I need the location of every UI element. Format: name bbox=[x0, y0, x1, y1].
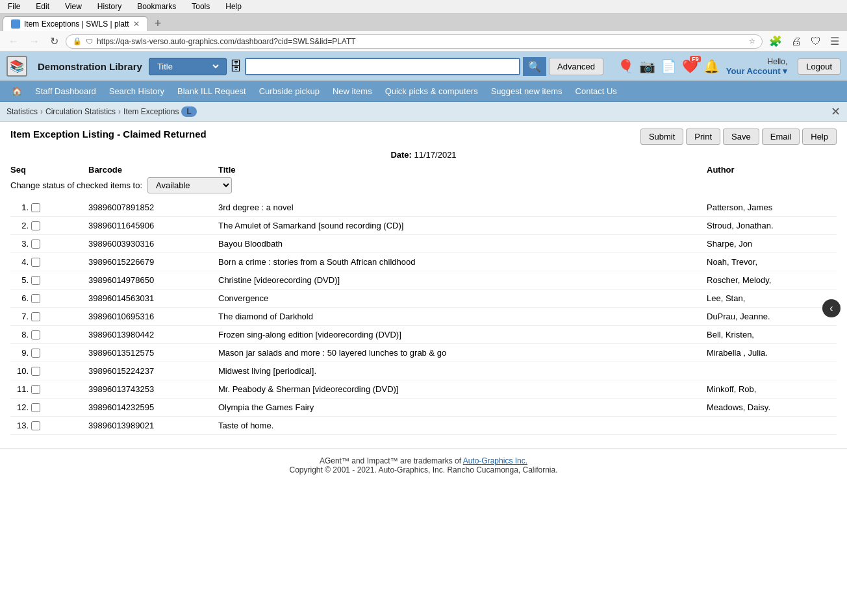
item-barcode: 39896014978650 bbox=[88, 274, 218, 285]
menu-tools[interactable]: Tools bbox=[189, 1, 212, 12]
menu-view[interactable]: View bbox=[62, 1, 84, 12]
submit-button[interactable]: Submit bbox=[640, 129, 683, 145]
item-author: Stroud, Jonathan. bbox=[707, 219, 837, 230]
item-seq-cell: 11. bbox=[10, 383, 88, 394]
extensions-icon[interactable]: 🧩 bbox=[766, 34, 785, 49]
item-checkbox[interactable] bbox=[31, 312, 40, 321]
nav-contact-us[interactable]: Contact Us bbox=[569, 81, 624, 101]
save-button[interactable]: Save bbox=[723, 129, 759, 145]
item-checkbox[interactable] bbox=[31, 276, 40, 285]
item-barcode: 39896003930316 bbox=[88, 238, 218, 249]
url-text: https://qa-swls-verso.auto-graphics.com/… bbox=[97, 37, 745, 46]
breadcrumb-circulation-statistics[interactable]: Circulation Statistics bbox=[45, 107, 116, 116]
action-buttons: Submit Print Save Email Help bbox=[640, 129, 837, 145]
menu-history[interactable]: History bbox=[95, 1, 124, 12]
nav-staff-dashboard[interactable]: Staff Dashboard bbox=[29, 81, 103, 101]
favorites-icon-wrapper: ❤️ F9 bbox=[682, 58, 698, 74]
nav-curbside-pickup[interactable]: Curbside pickup bbox=[253, 81, 326, 101]
item-seq-num: 9. bbox=[10, 348, 29, 358]
item-checkbox[interactable] bbox=[31, 240, 40, 249]
breadcrumb-sep-1: › bbox=[40, 107, 43, 116]
item-seq-cell: 8. bbox=[10, 328, 88, 339]
scroll-left-arrow[interactable]: ‹ bbox=[822, 299, 841, 317]
nav-quick-picks[interactable]: Quick picks & computers bbox=[379, 81, 485, 101]
document-icon[interactable]: 📄 bbox=[661, 58, 677, 74]
url-bar[interactable]: 🔒 🛡 https://qa-swls-verso.auto-graphics.… bbox=[66, 34, 763, 49]
search-input[interactable] bbox=[246, 59, 519, 74]
browser-address-bar: ← → ↻ 🔒 🛡 https://qa-swls-verso.auto-gra… bbox=[0, 31, 847, 52]
item-checkbox[interactable] bbox=[31, 385, 40, 394]
browser-menu-bar: File Edit View History Bookmarks Tools H… bbox=[0, 0, 847, 14]
footer-link[interactable]: Auto-Graphics Inc. bbox=[463, 456, 527, 465]
nav-home[interactable]: 🏠 bbox=[5, 82, 29, 100]
item-seq-num: 12. bbox=[10, 402, 29, 412]
breadcrumb-close-button[interactable]: ✕ bbox=[831, 105, 841, 119]
active-tab[interactable]: Item Exceptions | SWLS | platt ✕ bbox=[3, 16, 148, 31]
help-button[interactable]: Help bbox=[802, 129, 837, 145]
item-checkbox[interactable] bbox=[31, 221, 40, 230]
print-button[interactable]: Print bbox=[686, 129, 720, 145]
notifications-icon[interactable]: 🔔 bbox=[703, 58, 720, 74]
bookmark-icon[interactable]: ☆ bbox=[749, 37, 755, 45]
account-link[interactable]: Your Account ▾ bbox=[726, 66, 787, 76]
menu-edit[interactable]: Edit bbox=[33, 1, 52, 12]
reload-button[interactable]: ↻ bbox=[47, 34, 62, 49]
search-input-wrapper bbox=[245, 58, 520, 75]
app-logo-text: Demonstration Library bbox=[38, 61, 142, 72]
item-seq-cell: 5. bbox=[10, 274, 88, 285]
item-seq-cell: 3. bbox=[10, 238, 88, 249]
item-checkbox[interactable] bbox=[31, 403, 40, 412]
status-row: Change status of checked items to: Avail… bbox=[10, 177, 837, 193]
item-author: Bell, Kristen, bbox=[707, 328, 837, 339]
search-type-selector[interactable]: Title Author Subject Keyword bbox=[149, 58, 227, 75]
item-checkbox[interactable] bbox=[31, 349, 40, 358]
new-tab-button[interactable]: + bbox=[151, 17, 166, 31]
menu-file[interactable]: File bbox=[5, 1, 23, 12]
status-select[interactable]: Available Checked Out On Hold Lost Missi… bbox=[147, 177, 232, 193]
camera-icon[interactable]: 📷 bbox=[639, 58, 655, 74]
menu-bookmarks[interactable]: Bookmarks bbox=[134, 1, 179, 12]
breadcrumb-item-exceptions[interactable]: Item Exceptions bbox=[123, 107, 179, 116]
print-icon[interactable]: 🖨 bbox=[789, 34, 804, 49]
balloon-icon[interactable]: 🎈 bbox=[618, 58, 634, 74]
item-title: Bayou Bloodbath bbox=[218, 238, 707, 249]
item-seq-cell: 6. bbox=[10, 292, 88, 303]
item-seq-num: 1. bbox=[10, 203, 29, 212]
shield-toolbar-icon[interactable]: 🛡 bbox=[808, 34, 824, 49]
item-seq-num: 5. bbox=[10, 275, 29, 285]
item-title: Mason jar salads and more : 50 layered l… bbox=[218, 347, 707, 358]
forward-button[interactable]: → bbox=[26, 34, 43, 49]
nav-blank-ill-request[interactable]: Blank ILL Request bbox=[171, 81, 253, 101]
tab-close-button[interactable]: ✕ bbox=[133, 19, 140, 29]
date-label: Date: bbox=[390, 150, 412, 160]
item-title: Frozen sing-along edition [videorecordin… bbox=[218, 328, 707, 339]
advanced-search-button[interactable]: Advanced bbox=[549, 58, 603, 75]
item-checkbox[interactable] bbox=[31, 330, 40, 339]
search-button[interactable]: 🔍 bbox=[523, 57, 546, 76]
overflow-menu-icon[interactable]: ☰ bbox=[828, 34, 842, 49]
item-checkbox[interactable] bbox=[31, 367, 40, 376]
nav-search-history[interactable]: Search History bbox=[103, 81, 171, 101]
item-checkbox[interactable] bbox=[31, 294, 40, 303]
nav-new-items[interactable]: New items bbox=[326, 81, 379, 101]
item-checkbox[interactable] bbox=[31, 258, 40, 267]
item-checkbox[interactable] bbox=[31, 421, 40, 430]
database-icon[interactable]: 🗄 bbox=[229, 59, 242, 74]
footer: AGent™ and Impact™ are trademarks of Aut… bbox=[0, 448, 847, 482]
email-button[interactable]: Email bbox=[762, 129, 800, 145]
item-seq-cell: 1. bbox=[10, 201, 88, 212]
breadcrumb-statistics[interactable]: Statistics bbox=[6, 107, 38, 116]
item-barcode: 39896013989021 bbox=[88, 419, 218, 430]
item-barcode: 39896015226679 bbox=[88, 256, 218, 267]
nav-suggest-new-items[interactable]: Suggest new items bbox=[485, 81, 569, 101]
footer-line1: AGent™ and Impact™ are trademarks of Aut… bbox=[8, 456, 839, 465]
breadcrumb-bar: Statistics › Circulation Statistics › It… bbox=[0, 102, 847, 122]
search-type-dropdown[interactable]: Title Author Subject Keyword bbox=[155, 61, 221, 72]
nav-bar: 🏠 Staff Dashboard Search History Blank I… bbox=[0, 81, 847, 102]
back-button[interactable]: ← bbox=[5, 34, 22, 49]
menu-help[interactable]: Help bbox=[223, 1, 244, 12]
item-checkbox[interactable] bbox=[31, 203, 40, 212]
item-barcode: 39896015224237 bbox=[88, 365, 218, 376]
item-seq-num: 7. bbox=[10, 312, 29, 321]
logout-button[interactable]: Logout bbox=[798, 58, 841, 75]
